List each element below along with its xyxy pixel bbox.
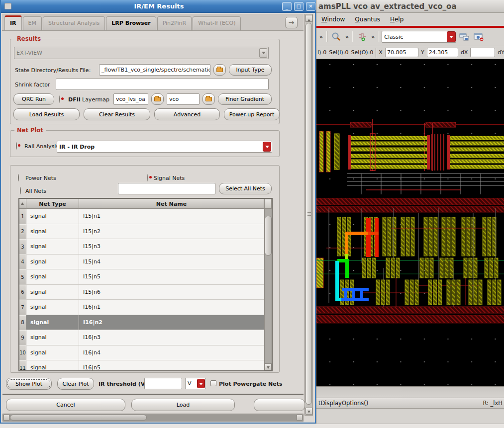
layermap-label: Layermap xyxy=(82,94,109,105)
scroll-down-icon[interactable] xyxy=(265,363,272,370)
rail-analysis-radio[interactable] xyxy=(16,142,17,150)
table-row[interactable]: 6 signal I15|n6 xyxy=(19,285,272,300)
chevron-down-icon[interactable] xyxy=(447,31,456,42)
qrc-run-button[interactable]: QRC Run xyxy=(13,93,54,105)
toolbar-overflow-icon[interactable]: » xyxy=(318,34,324,40)
maximize-icon[interactable]: □ xyxy=(294,2,303,11)
scroll-up-icon[interactable] xyxy=(305,15,312,22)
scroll-left-icon[interactable] xyxy=(3,415,9,421)
dialog-scrollbar-thumb[interactable] xyxy=(305,23,312,405)
table-row[interactable]: 3 signal I15|n3 xyxy=(19,239,272,255)
net-filter-input[interactable] xyxy=(118,183,215,194)
power-nets-radio[interactable] xyxy=(18,174,19,181)
dialog-horizontal-scrollbar[interactable] xyxy=(2,414,303,422)
unit-select[interactable]: V xyxy=(185,378,206,389)
net-table-body: 1 signal I15|n1 2 signal I15|n2 3 signal… xyxy=(19,209,272,371)
browse-layermap-button[interactable] xyxy=(151,93,164,105)
menu-item[interactable]: Help xyxy=(390,16,403,23)
plot-powergate-label: Plot Powergate Nets xyxy=(219,378,282,389)
net-table-header: Net Type Net Name xyxy=(19,199,272,209)
toolbar-overflow-icon[interactable]: » xyxy=(370,34,376,40)
add-instance-icon[interactable] xyxy=(356,30,369,43)
layout-window-titlebar[interactable]: amsPLL vco av_extracted_vco_oa xyxy=(316,0,504,13)
powerup-report-button[interactable]: Power-up Report xyxy=(224,108,280,120)
table-scrollbar-thumb[interactable] xyxy=(265,216,272,256)
close-icon[interactable]: ✕ xyxy=(306,2,315,11)
menu-item[interactable]: Window xyxy=(321,16,345,23)
advanced-button[interactable]: Advanced xyxy=(154,108,220,120)
dialog-hscrollbar-thumb[interactable] xyxy=(10,415,147,421)
x-coordinate-field[interactable]: 70.805 xyxy=(385,48,418,57)
chevron-down-icon[interactable] xyxy=(197,379,205,388)
toolbar-overflow-icon[interactable]: » xyxy=(344,34,350,40)
table-row[interactable]: 5 signal I15|n5 xyxy=(19,269,272,285)
view-select[interactable]: EXT-VIEW xyxy=(14,47,269,59)
all-nets-radio[interactable] xyxy=(20,187,21,194)
table-row[interactable]: 10 signal I16|n4 xyxy=(19,345,272,361)
dialog-vertical-scrollbar[interactable] xyxy=(304,14,313,416)
toolbar: » » » Classic xyxy=(316,28,504,46)
dfii-radio[interactable] xyxy=(59,95,60,103)
status-bar: tDisplayOptions() R: _lxH xyxy=(316,398,504,409)
table-row[interactable]: 8 signal I16|n2 xyxy=(19,315,272,331)
chevron-down-icon[interactable] xyxy=(263,142,271,152)
clear-plot-button[interactable]: Clear Plot xyxy=(57,378,94,390)
finer-gradient-button[interactable]: Finer Gradient xyxy=(218,93,272,105)
tab-scroll-forward-button[interactable]: → xyxy=(285,17,298,28)
hidden-footer-button[interactable] xyxy=(254,399,305,411)
show-plot-button[interactable]: Show Plot xyxy=(6,378,52,390)
col-net-type[interactable]: Net Type xyxy=(26,199,79,209)
tab[interactable]: Structural Analysis xyxy=(43,16,105,30)
browse-cell-button[interactable] xyxy=(202,93,215,105)
dx-field[interactable] xyxy=(470,48,495,57)
table-row[interactable]: 2 signal I15|n2 xyxy=(19,224,272,240)
layout-canvas[interactable] xyxy=(316,59,504,386)
select-all-nets-button[interactable]: Select All Nets xyxy=(219,183,272,194)
zoom-icon[interactable] xyxy=(330,30,343,43)
tab[interactable]: EM xyxy=(23,16,42,30)
plot-powergate-checkbox[interactable] xyxy=(210,380,216,386)
dfii-radio-label: DFII xyxy=(68,94,81,105)
desktop-strip xyxy=(0,424,504,428)
col-net-name[interactable]: Net Name xyxy=(79,199,264,209)
coordinate-bar: I):0 Sel(I):0 Sel(O):0 X 70.805 Y 24.305… xyxy=(316,46,504,59)
scroll-down-icon[interactable] xyxy=(305,408,312,415)
plot-type-select[interactable]: IR - IR Drop xyxy=(57,141,272,153)
menu-item[interactable]: Quantus xyxy=(355,16,380,23)
windows-cascade-icon[interactable] xyxy=(458,30,471,43)
tab[interactable]: IR xyxy=(4,15,22,30)
table-scrollbar[interactable] xyxy=(264,209,272,370)
table-row[interactable]: 7 signal I16|n1 xyxy=(19,300,272,315)
state-dir-label: State Directory/Results File: xyxy=(15,65,91,76)
load-results-button[interactable]: Load Results xyxy=(13,108,80,120)
tab[interactable]: What-If (ECO) xyxy=(193,16,241,30)
net-table: Net Type Net Name 1 signal I15|n1 2 sign… xyxy=(18,198,273,371)
table-row[interactable]: 1 signal I15|n1 xyxy=(19,209,272,224)
scroll-up-icon[interactable] xyxy=(264,199,272,209)
shrink-factor-input[interactable] xyxy=(56,79,269,90)
browse-state-dir-button[interactable] xyxy=(213,64,226,76)
tab[interactable]: Pin2PinR xyxy=(157,16,192,30)
state-dir-input[interactable]: _flow/TB1_vco_single/spectre/schematic xyxy=(99,64,210,76)
tab[interactable]: LRP Browser xyxy=(106,16,156,30)
table-row[interactable]: 11 signal I16|n5 xyxy=(19,360,272,371)
table-row[interactable]: 9 signal I16|n3 xyxy=(19,330,272,345)
cellname-input[interactable]: vco xyxy=(167,93,200,105)
minimize-icon[interactable]: _ xyxy=(282,2,292,11)
signal-nets-radio[interactable] xyxy=(147,174,148,181)
layermap-input[interactable]: vco_lvs_oa xyxy=(113,93,148,105)
y-coordinate-field[interactable]: 24.305 xyxy=(427,48,458,57)
cancel-button[interactable]: Cancel xyxy=(6,399,125,411)
dialog-titlebar[interactable]: IR/EM Results _ □ ✕ xyxy=(1,0,317,13)
scroll-right-icon[interactable] xyxy=(297,415,302,421)
ir-threshold-input[interactable] xyxy=(144,378,182,389)
status-mode: R: _lxH xyxy=(483,400,503,407)
window-remove-icon[interactable] xyxy=(472,30,485,43)
signal-nets-label: Signal Nets xyxy=(154,172,185,183)
layout-drawing xyxy=(316,59,504,386)
load-button[interactable]: Load xyxy=(131,399,235,411)
clear-results-button[interactable]: Clear Results xyxy=(84,108,150,120)
table-row[interactable]: 4 signal I15|n4 xyxy=(19,255,272,270)
display-style-select[interactable]: Classic xyxy=(382,31,456,43)
input-type-button[interactable]: Input Type xyxy=(229,64,272,76)
